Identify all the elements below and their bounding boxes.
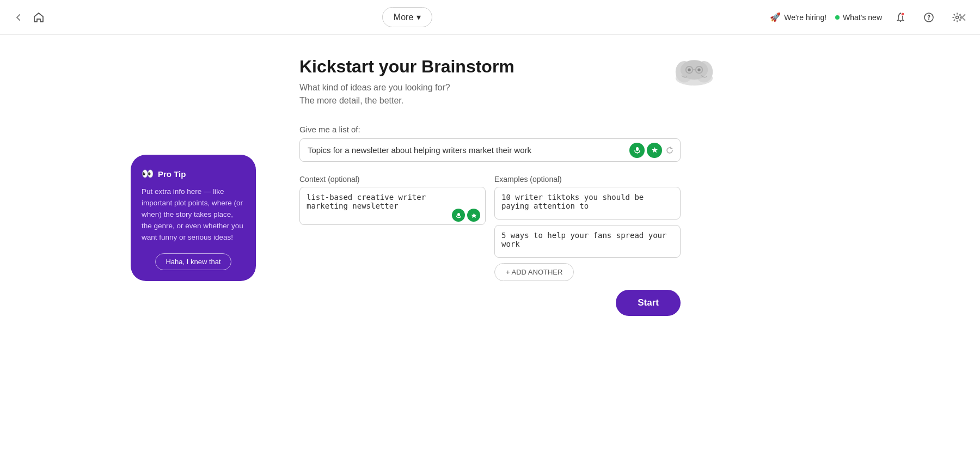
generate-icon-button[interactable] [647, 143, 662, 158]
pro-tip-panel: 👀 Pro Tip Put extra info here — like imp… [131, 155, 256, 281]
more-button[interactable]: More ▾ [382, 7, 432, 27]
top-navigation: More ▾ 🚀 We're hiring! What's new [0, 0, 980, 35]
context-label: Context (optional) [299, 175, 486, 184]
example-input-1[interactable] [494, 187, 681, 220]
home-button[interactable] [33, 11, 45, 23]
bottom-row: Start [299, 290, 681, 316]
mic-icon-button[interactable] [629, 143, 645, 158]
pro-tip-header: 👀 Pro Tip [142, 168, 245, 180]
eyes-icon: 👀 [142, 168, 154, 180]
brain-illustration [670, 51, 724, 106]
whats-new-button[interactable]: What's new [835, 13, 882, 22]
alert-button[interactable] [891, 8, 910, 27]
svg-rect-12 [636, 147, 639, 151]
svg-point-10 [688, 69, 690, 71]
page-subtitle: What kind of ideas are you looking for? … [299, 81, 681, 107]
subtitle-line2: The more detail, the better. [299, 96, 403, 105]
context-input-icons [452, 209, 480, 222]
start-button[interactable]: Start [616, 290, 681, 316]
close-button[interactable]: ✕ [957, 11, 967, 25]
two-col-section: Context (optional) [299, 175, 681, 281]
we-hiring-label: We're hiring! [784, 13, 826, 22]
nav-center: More ▾ [45, 7, 770, 27]
green-dot-icon [835, 15, 840, 20]
pro-tip-dismiss-button[interactable]: Haha, I knew that [155, 253, 231, 270]
context-mic-icon[interactable] [452, 209, 465, 222]
nav-right: 🚀 We're hiring! What's new [770, 8, 967, 27]
rocket-icon: 🚀 [770, 12, 781, 22]
refresh-icon-button[interactable] [664, 145, 675, 156]
form-label: Give me a list of: [299, 125, 681, 134]
examples-col: Examples (optional) + ADD ANOTHER [494, 175, 681, 281]
svg-point-0 [901, 13, 904, 16]
we-hiring-button[interactable]: 🚀 We're hiring! [770, 12, 826, 22]
form-container: Kickstart your Brainstorm What kind of i… [299, 57, 681, 316]
nav-left [13, 11, 45, 23]
pro-tip-body: Put extra info here — like important plo… [142, 186, 245, 243]
main-input-icons [629, 143, 675, 158]
main-input[interactable] [299, 138, 681, 162]
context-input-wrapper [299, 187, 486, 227]
example-input-2[interactable] [494, 225, 681, 258]
context-col: Context (optional) [299, 175, 486, 281]
chevron-down-icon: ▾ [416, 12, 421, 22]
page-title: Kickstart your Brainstorm [299, 57, 681, 77]
context-generate-icon[interactable] [467, 209, 480, 222]
svg-point-11 [697, 69, 700, 71]
subtitle-line1: What kind of ideas are you looking for? [299, 83, 450, 92]
examples-label: Examples (optional) [494, 175, 681, 184]
back-button[interactable] [13, 12, 24, 23]
pro-tip-title: Pro Tip [158, 169, 186, 179]
more-label: More [394, 13, 413, 22]
examples-inputs [494, 187, 681, 258]
add-another-button[interactable]: + ADD ANOTHER [494, 263, 574, 281]
help-button[interactable] [919, 8, 939, 27]
whats-new-label: What's new [843, 13, 882, 22]
main-content: 👀 Pro Tip Put extra info here — like imp… [0, 35, 980, 463]
svg-rect-14 [457, 213, 460, 216]
main-input-wrapper [299, 138, 681, 162]
